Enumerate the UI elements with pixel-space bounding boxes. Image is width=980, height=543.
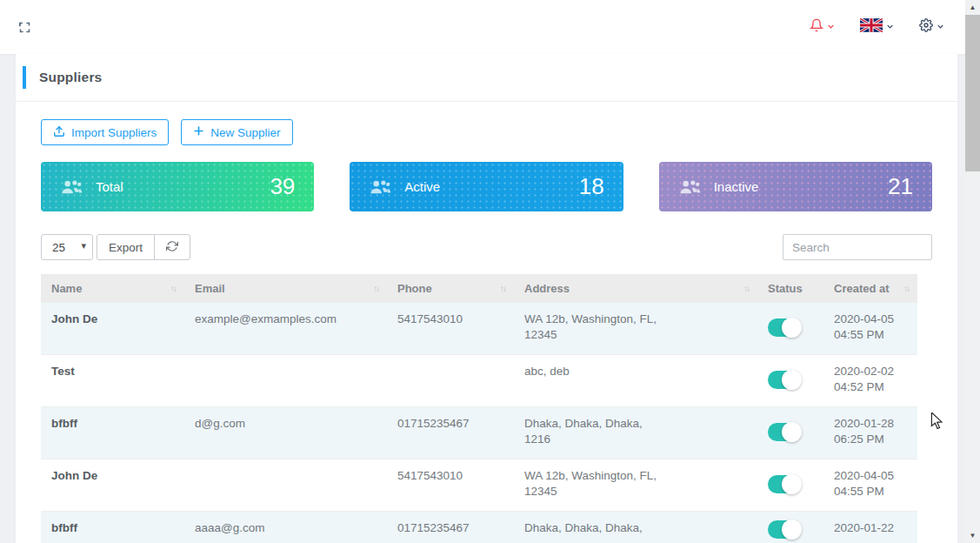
column-header-status: Status xyxy=(757,274,823,303)
scroll-up-button[interactable]: ▲ xyxy=(965,0,980,15)
supplier-created-at: 2020-01-22 xyxy=(823,512,917,543)
supplier-email: example@exmamples.com xyxy=(184,303,387,355)
column-label: Phone xyxy=(397,282,432,295)
sort-icon[interactable]: ↑↓ xyxy=(373,284,378,293)
title-accent-bar xyxy=(23,66,26,89)
users-group-icon xyxy=(369,178,392,196)
status-toggle[interactable] xyxy=(768,520,801,539)
users-group-icon xyxy=(678,178,702,196)
column-label: Created at xyxy=(834,282,890,295)
stat-value: 21 xyxy=(888,173,913,200)
status-toggle[interactable] xyxy=(768,371,801,389)
stat-value: 18 xyxy=(579,173,604,200)
column-header-email[interactable]: Email↑↓ xyxy=(184,274,387,303)
column-header-name[interactable]: Name↑↓ xyxy=(41,274,184,303)
column-label: Status xyxy=(768,282,803,295)
supplier-address: Dhaka, Dhaka, Dhaka, 1216 xyxy=(514,407,757,459)
sort-icon[interactable]: ↑↓ xyxy=(903,284,909,293)
toggle-knob xyxy=(782,370,802,390)
notifications-menu[interactable] xyxy=(810,18,836,36)
action-row: Import Suppliers New Supplier xyxy=(41,119,932,145)
stats-row: Total 39 Active 18 xyxy=(41,162,932,211)
chevron-down-icon xyxy=(936,19,945,35)
scrollbar-thumb[interactable] xyxy=(965,15,980,171)
page-size-select-wrap: 25 xyxy=(41,234,93,260)
supplier-name: John De xyxy=(41,459,184,512)
stat-label: Inactive xyxy=(714,179,759,194)
supplier-email: d@g.com xyxy=(184,407,387,459)
supplier-address: WA 12b, Washington, FL, 12345 xyxy=(514,303,757,355)
import-suppliers-button[interactable]: Import Suppliers xyxy=(41,119,169,145)
status-toggle[interactable] xyxy=(768,423,801,441)
column-header-created[interactable]: Created at↑↓ xyxy=(823,274,917,303)
supplier-phone: 5417543010 xyxy=(387,459,514,512)
stat-card-total[interactable]: Total 39 xyxy=(41,162,314,211)
table-body: John De example@exmamples.com 5417543010… xyxy=(41,303,917,543)
supplier-address: abc, deb xyxy=(514,355,757,407)
import-suppliers-label: Import Suppliers xyxy=(71,126,157,139)
supplier-name: John De xyxy=(41,303,184,355)
supplier-status-cell xyxy=(757,303,823,355)
sort-icon[interactable]: ↑↓ xyxy=(743,284,749,293)
supplier-address: WA 12b, Washington, FL, 12345 xyxy=(514,459,757,512)
supplier-phone: 01715235467 xyxy=(387,407,514,459)
new-supplier-label: New Supplier xyxy=(210,126,280,139)
upload-icon xyxy=(53,125,65,140)
column-label: Name xyxy=(51,282,82,295)
status-toggle[interactable] xyxy=(768,318,801,337)
column-label: Address xyxy=(524,282,570,295)
language-menu[interactable] xyxy=(860,18,895,36)
stat-card-inactive[interactable]: Inactive 21 xyxy=(659,162,932,211)
table-row: bfbff d@g.com 01715235467 Dhaka, Dhaka, … xyxy=(41,407,917,459)
export-button[interactable]: Export xyxy=(97,234,155,260)
table-row: John De example@exmamples.com 5417543010… xyxy=(41,303,917,355)
stat-value: 39 xyxy=(270,173,295,200)
column-header-phone[interactable]: Phone↑↓ xyxy=(387,274,514,303)
supplier-address: Dhaka, Dhaka, Dhaka, xyxy=(514,512,757,543)
fullscreen-icon[interactable] xyxy=(18,21,31,34)
toggle-knob xyxy=(782,318,802,338)
table-row: bfbff aaaa@g.com 01715235467 Dhaka, Dhak… xyxy=(41,512,917,543)
table-row: John De 5417543010 WA 12b, Washington, F… xyxy=(41,459,917,512)
supplier-status-cell xyxy=(757,407,823,459)
vertical-scrollbar: ▲ ▼ xyxy=(965,0,980,543)
bell-icon xyxy=(810,18,823,36)
supplier-status-cell xyxy=(757,512,823,543)
stat-card-active[interactable]: Active 18 xyxy=(350,162,623,211)
supplier-status-cell xyxy=(757,355,823,407)
toggle-knob xyxy=(782,474,802,494)
scroll-down-button[interactable]: ▼ xyxy=(965,528,980,543)
supplier-phone: 5417543010 xyxy=(387,303,514,355)
table-controls: 25 Export xyxy=(41,234,932,260)
chevron-down-icon xyxy=(826,19,836,35)
search-input[interactable] xyxy=(783,234,932,260)
uk-flag-icon xyxy=(860,18,883,36)
supplier-email xyxy=(184,355,387,407)
sort-icon[interactable]: ↑↓ xyxy=(500,284,505,293)
settings-menu[interactable] xyxy=(919,18,945,36)
new-supplier-button[interactable]: New Supplier xyxy=(181,119,292,145)
sort-icon[interactable]: ↑↓ xyxy=(170,284,176,293)
supplier-created-at: 2020-01-2806:25 PM xyxy=(823,407,917,459)
supplier-name: bfbff xyxy=(41,512,184,543)
suppliers-card: Suppliers Import Suppliers New Suppli xyxy=(16,54,957,543)
page-title: Suppliers xyxy=(39,70,102,85)
supplier-created-at: 2020-04-0504:55 PM xyxy=(823,303,917,355)
supplier-created-at: 2020-04-0504:55 PM xyxy=(823,459,917,512)
column-label: Email xyxy=(195,282,225,295)
supplier-email: aaaa@g.com xyxy=(184,512,387,543)
column-header-address[interactable]: Address↑↓ xyxy=(514,274,757,303)
users-group-icon xyxy=(60,178,83,196)
stat-label: Active xyxy=(404,179,440,194)
supplier-created-at: 2020-02-0204:52 PM xyxy=(823,355,917,407)
suppliers-table: Name↑↓Email↑↓Phone↑↓Address↑↓StatusCreat… xyxy=(41,274,917,543)
topbar xyxy=(0,0,980,54)
status-toggle[interactable] xyxy=(768,475,801,493)
supplier-status-cell xyxy=(757,459,823,512)
page-size-select[interactable]: 25 xyxy=(41,234,93,260)
refresh-button[interactable] xyxy=(154,234,190,260)
gear-icon xyxy=(919,18,933,36)
table-header-row: Name↑↓Email↑↓Phone↑↓Address↑↓StatusCreat… xyxy=(41,274,917,303)
supplier-email xyxy=(184,459,387,512)
supplier-phone xyxy=(387,355,514,407)
